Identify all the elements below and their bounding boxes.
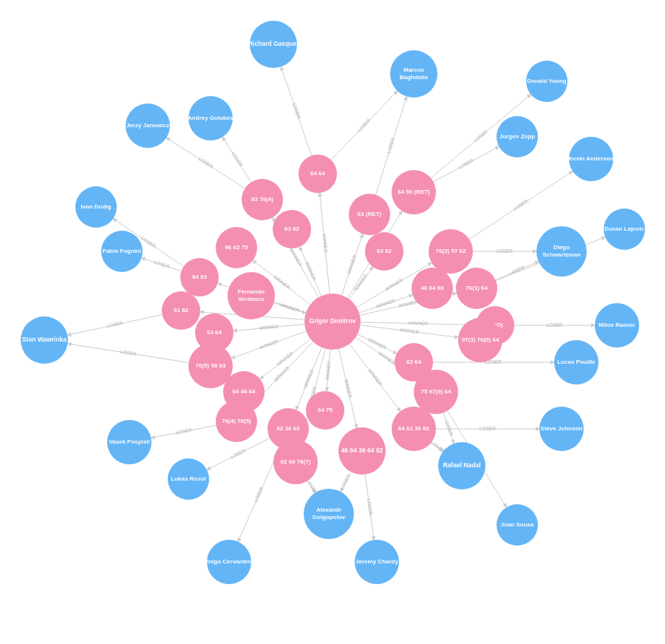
edge-label: LOSER	[473, 129, 489, 143]
svg-point-0	[228, 272, 275, 319]
svg-point-72	[207, 540, 251, 584]
node-score2[interactable]: 83 76(4)	[242, 179, 283, 220]
svg-point-57	[126, 104, 170, 148]
edge-label: LOSER	[339, 473, 352, 490]
svg-point-13	[162, 291, 200, 330]
node-score25[interactable]: 63 82	[365, 232, 403, 271]
svg-point-89	[604, 209, 645, 250]
node-score17[interactable]: 62 64	[395, 343, 433, 382]
edge-label: LOSER	[512, 198, 529, 211]
node-diegoschwarzman[interactable]: DiegoSchwartzman	[536, 226, 587, 277]
node-score18[interactable]: 46 64 83	[412, 268, 453, 309]
edge-label: WINNER	[304, 261, 317, 281]
edge-label: LOSER	[120, 349, 137, 356]
edge-label: LOSER	[253, 486, 264, 503]
edge-label: WINNER	[400, 327, 420, 334]
node-score23[interactable]: 63 (RET)	[349, 194, 390, 235]
node-grigor[interactable]: Grigor Dimitrov	[304, 294, 361, 350]
node-score19[interactable]: 76(3) 57 62	[429, 229, 473, 274]
edge-label: LOSER	[153, 259, 170, 269]
edge-label: WINNER	[346, 254, 357, 274]
edge-label: LOSER	[106, 320, 123, 329]
node-milosraonic[interactable]: Milos Raonic	[595, 303, 639, 348]
node-score5[interactable]: 84 93	[180, 258, 219, 296]
node-joaosousa[interactable]: Joao Sousa	[497, 504, 538, 546]
node-inigocervantes[interactable]: Inigo Cervantes	[207, 540, 252, 584]
svg-point-93	[497, 116, 538, 157]
node-score24[interactable]: 64 90 (RET)	[392, 170, 436, 214]
node-alexandrdolgopolov[interactable]: AlexandrDolgopolov	[304, 489, 354, 539]
edge-label: LOSER	[386, 137, 395, 154]
svg-point-95	[526, 61, 567, 102]
svg-point-91	[569, 137, 613, 181]
node-score4[interactable]: 96 62 75	[216, 227, 257, 268]
node-vasekpospisil[interactable]: Vasek Pospisil	[107, 420, 151, 464]
edge-label: LOSER	[175, 427, 192, 435]
node-stevejohnson[interactable]: Steve Johnson	[539, 407, 584, 451]
edge-label: WINNER	[367, 368, 383, 387]
svg-point-69	[304, 489, 354, 539]
edge-label: WINNER	[273, 365, 290, 382]
svg-point-41	[456, 268, 497, 309]
node-jurgenzopp[interactable]: Jurgen Zopp	[497, 116, 538, 157]
node-score6[interactable]: 61 82	[162, 291, 200, 330]
edge-label: WINNER	[384, 277, 404, 292]
node-score13[interactable]: 62 64 76(7)	[273, 440, 318, 484]
svg-point-55	[188, 96, 233, 140]
node-marcosbaghd[interactable]: MarcosBaghdatis	[390, 50, 437, 98]
node-donaldyoung[interactable]: Donald Young	[526, 61, 567, 102]
edge-label: LOSER	[230, 447, 247, 459]
node-fabiofognini[interactable]: Fabio Fognini	[101, 231, 143, 272]
edge-label: WINNER	[259, 324, 279, 331]
node-score3[interactable]: 63 82	[273, 210, 311, 248]
svg-point-59	[75, 186, 117, 228]
svg-point-67	[168, 458, 209, 500]
node-dusanlajovic[interactable]: Dusan Lajovic	[604, 209, 645, 250]
node-ivandobig[interactable]: Ivan Dodig	[75, 186, 117, 228]
svg-point-100	[304, 294, 361, 350]
svg-point-76	[438, 442, 485, 489]
network-graph: WINNERWINNERWINNERWINNERWINNERWINNERWINN…	[0, 0, 665, 644]
edge-label: LOSER	[292, 103, 302, 120]
svg-point-29	[338, 427, 386, 475]
svg-point-3	[299, 155, 337, 193]
node-jeremychardy[interactable]: Jeremy Chardy	[355, 540, 399, 584]
edge-label: LOSER	[480, 426, 496, 431]
node-lukasrosol[interactable]: Lukas Rosol	[168, 458, 209, 500]
node-fernandoverdasco[interactable]: FernandoVerdasco	[228, 272, 275, 319]
node-score10[interactable]: 76(4) 76(5)	[216, 401, 257, 442]
svg-point-35	[395, 343, 433, 382]
node-stanwawrinka[interactable]: Stan Wawrinka	[21, 316, 68, 364]
svg-point-65	[107, 420, 151, 464]
svg-point-37	[412, 268, 453, 309]
svg-point-97	[390, 50, 437, 98]
svg-point-11	[180, 258, 219, 296]
node-score14[interactable]: 46 64 36 64 62	[338, 427, 386, 475]
svg-point-51	[365, 232, 403, 271]
svg-point-61	[101, 231, 143, 272]
svg-point-63	[21, 316, 68, 364]
edge-label: LOSER	[497, 248, 513, 254]
svg-point-21	[216, 401, 257, 442]
svg-point-9	[216, 227, 257, 268]
node-lucaspouille[interactable]: Lucas Pouille	[554, 340, 598, 384]
node-rafaelnadal[interactable]: Rafael Nadal	[438, 442, 485, 489]
node-score12[interactable]: 64 75	[306, 391, 344, 430]
node-score20[interactable]: 76(1) 64	[456, 268, 497, 309]
node-jerzyjanowicz[interactable]: Jerzy Janowicz	[126, 104, 170, 148]
node-kevinanderson[interactable]: Kevin Anderson	[568, 137, 613, 181]
node-richardgasquet[interactable]: Richard Gasquet	[248, 21, 299, 68]
node-score22[interactable]: 97(3) 76(0) 64	[458, 318, 502, 362]
svg-point-27	[273, 440, 318, 484]
edge-label: WINNER	[375, 298, 396, 309]
edge-label: WINNER	[352, 273, 368, 292]
edge-label: LOSER	[457, 157, 474, 170]
node-score1[interactable]: 64 64	[299, 155, 337, 193]
svg-point-84	[595, 303, 639, 348]
edge-label: WINNER	[280, 302, 301, 313]
node-andreygolubev[interactable]: Andrey Golubev	[188, 96, 233, 140]
edge-label: WINNER	[409, 320, 429, 326]
node-score15[interactable]: 64 61 36 82	[392, 407, 436, 451]
edge-label: LOSER	[140, 235, 157, 248]
edge-label: LOSER	[198, 156, 215, 169]
